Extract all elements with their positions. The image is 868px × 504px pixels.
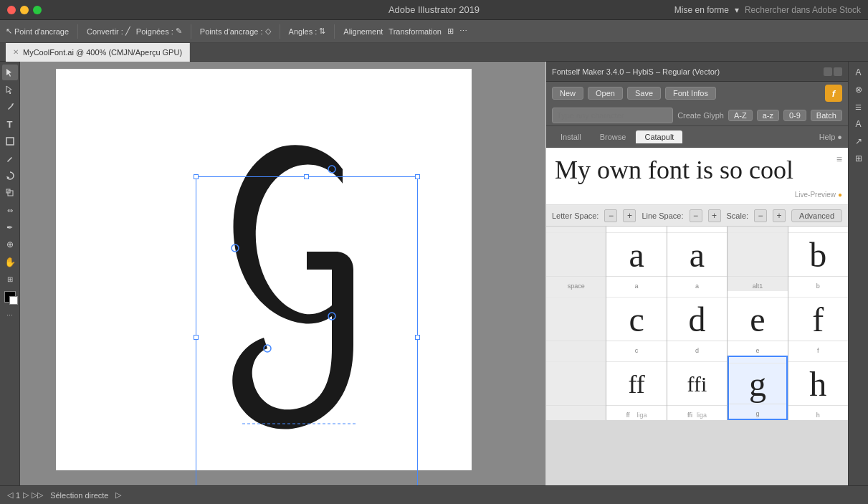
width-tool[interactable]: ⇔	[2, 202, 18, 218]
pen-tool[interactable]	[2, 99, 18, 115]
letter-space-plus[interactable]: +	[623, 209, 636, 222]
glyph-cell-e[interactable]: e e	[728, 291, 787, 356]
selection-tool[interactable]	[2, 65, 18, 80]
glyph-cell-ffi[interactable]: ffi ffiliga	[667, 356, 727, 420]
svg-rect-0	[6, 138, 14, 145]
hand-tool[interactable]: ✋	[2, 254, 18, 270]
handle-top-left[interactable]	[194, 174, 199, 179]
fill-color[interactable]	[4, 291, 16, 303]
az-lower-button[interactable]: a-z	[757, 110, 779, 121]
new-button[interactable]: New	[552, 87, 583, 100]
handle-middle-right[interactable]	[415, 335, 420, 340]
maximize-button[interactable]	[33, 6, 42, 14]
glyph-label-space: space	[568, 281, 585, 290]
panel-maximize[interactable]	[834, 67, 842, 76]
tab-label: MyCoolFont.ai @ 400% (CMJN/Aperçu GPU)	[23, 48, 182, 57]
panel-minimize[interactable]	[824, 67, 832, 76]
right-search-icon[interactable]: A	[851, 65, 867, 80]
toolbar-convert[interactable]: Convertir : ╱	[87, 27, 130, 36]
stroke-color[interactable]	[9, 296, 18, 305]
glyph-cell-a2[interactable]: a a	[667, 227, 727, 291]
right-type-icon[interactable]: A	[851, 116, 867, 132]
help-link[interactable]: Help ●	[819, 133, 842, 141]
toolbar-angles[interactable]: Angles : ⇅	[289, 27, 326, 36]
batch-button[interactable]: Batch	[811, 110, 842, 121]
scale-tool[interactable]	[2, 185, 18, 201]
right-export-icon[interactable]: ↗	[851, 133, 867, 149]
glyph-cell-b[interactable]: b b	[788, 227, 848, 291]
toolbar-anchor-point[interactable]: ↖ Point d'ancrage	[6, 27, 69, 36]
live-preview-label: Live-Preview ●	[795, 191, 842, 199]
minimize-button[interactable]	[20, 6, 29, 14]
eyedropper-tool[interactable]: ✒	[2, 219, 18, 235]
more-tools[interactable]: …	[6, 310, 13, 317]
right-layers-icon[interactable]: ☰	[851, 99, 867, 115]
glyph-cell-f[interactable]: f f	[788, 291, 848, 356]
status-page: ◁ 1 ▷ ▷▷	[7, 490, 43, 500]
save-button[interactable]: Save	[627, 87, 661, 100]
glyph-canvas-object[interactable]	[199, 126, 400, 437]
glyph-cell-h[interactable]: h h	[788, 356, 848, 420]
page-back-icon[interactable]: ◁	[7, 490, 13, 500]
font-infos-button[interactable]: Font Infos	[665, 87, 716, 100]
advanced-button[interactable]: Advanced	[791, 209, 842, 222]
status-selection: Sélection directe	[50, 491, 108, 500]
toolbar-alignment[interactable]: Alignement	[343, 27, 383, 36]
glyph-row-1: space a a a a alt1	[546, 227, 848, 291]
letter-space-minus[interactable]: −	[604, 209, 617, 222]
fontself-tabs: Install Browse Catapult Help ●	[546, 126, 848, 148]
tab-bar: ✕ MyCoolFont.ai @ 400% (CMJN/Aperçu GPU)	[0, 43, 868, 62]
glyph-cell-c[interactable]: c c	[606, 291, 666, 356]
chevron-down-icon: ▾	[735, 5, 739, 15]
document-tab[interactable]: ✕ MyCoolFont.ai @ 400% (CMJN/Aperçu GPU)	[6, 43, 190, 62]
shape-tool[interactable]	[2, 133, 18, 149]
glyph-cell-a1[interactable]: a a	[606, 227, 666, 291]
glyph-cell-empty-3[interactable]	[546, 356, 606, 420]
preview-menu-icon[interactable]: ≡	[836, 153, 842, 165]
digits-button[interactable]: 0-9	[783, 110, 806, 121]
zoom-tool[interactable]: ⊕	[2, 237, 18, 252]
close-button[interactable]	[7, 6, 16, 14]
glyph-cell-ff[interactable]: ff ffliga	[606, 356, 666, 420]
scale-minus[interactable]: −	[754, 209, 767, 222]
glyph-cell-empty-2[interactable]	[546, 291, 606, 356]
toolbar-anchor-points[interactable]: Points d'ancrage : ◇	[200, 27, 271, 36]
glyph-cell-g[interactable]: g g	[728, 356, 787, 420]
handle-middle-left[interactable]	[194, 335, 199, 340]
glyph-cell-space[interactable]: space	[546, 227, 606, 291]
artboard-tool[interactable]: ⊞	[2, 271, 18, 287]
glyph-cell-alt1[interactable]: alt1	[728, 227, 787, 291]
glyph-char-ff: ff	[628, 358, 644, 410]
glyph-label-c: c	[635, 346, 639, 354]
live-preview-icon: ●	[838, 191, 842, 199]
preview-area[interactable]: My own font is so cool ≡ Live-Preview ●	[546, 148, 848, 205]
tab-catapult[interactable]: Catapult	[636, 130, 682, 143]
scale-plus[interactable]: +	[773, 209, 786, 222]
search-label[interactable]: Rechercher dans Adobe Stock	[745, 5, 861, 15]
direct-selection-tool[interactable]	[2, 82, 18, 98]
line-space-plus[interactable]: +	[708, 209, 721, 222]
toolbar-handles[interactable]: Poignées : ✎	[136, 27, 182, 36]
tab-close-icon[interactable]: ✕	[13, 48, 19, 56]
line-space-minus[interactable]: −	[690, 209, 702, 222]
open-button[interactable]: Open	[588, 87, 623, 100]
type-tool[interactable]: T	[2, 116, 18, 132]
more-options-icon[interactable]: ⋯	[459, 27, 467, 36]
az-button[interactable]: A-Z	[728, 110, 753, 121]
handle-top-right[interactable]	[415, 174, 420, 179]
handle-icon: ✎	[176, 27, 182, 36]
glyph-label-h: h	[816, 410, 820, 419]
page-forward-icon[interactable]: ▷	[23, 490, 29, 500]
artboard[interactable]	[56, 69, 472, 470]
pencil-tool[interactable]	[2, 151, 18, 166]
right-brush-icon[interactable]: ⊗	[851, 82, 867, 98]
tab-install[interactable]: Install	[552, 130, 590, 143]
glyph-cell-d[interactable]: d d	[667, 291, 727, 356]
tab-browse[interactable]: Browse	[591, 130, 635, 143]
right-properties-icon[interactable]: ⊞	[851, 151, 867, 166]
glyph-label-a1: a	[635, 281, 639, 290]
rotate-tool[interactable]	[2, 168, 18, 184]
character-input[interactable]	[552, 108, 673, 123]
mise-en-forme-menu[interactable]: Mise en forme	[674, 5, 729, 15]
toolbar-transformation[interactable]: Transformation	[388, 27, 442, 36]
